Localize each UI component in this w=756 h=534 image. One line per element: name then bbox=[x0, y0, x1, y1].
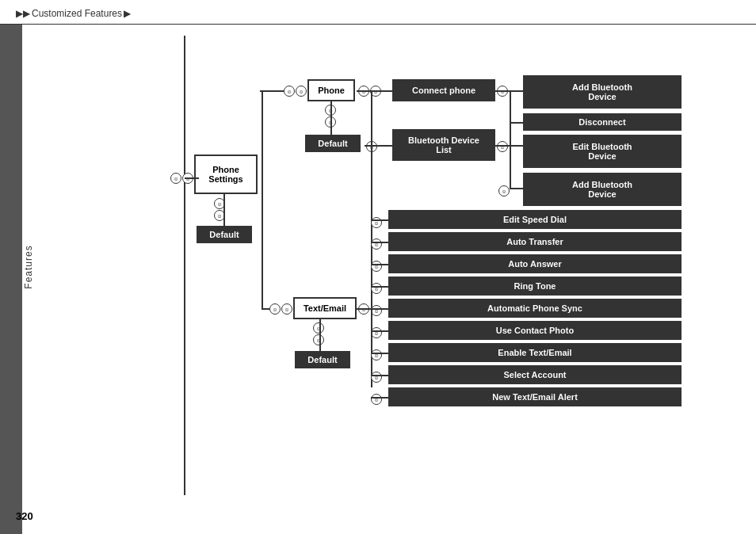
sidebar-label: Features bbox=[23, 245, 34, 288]
sidebar-bar bbox=[0, 24, 22, 534]
use-contact-photo-item: Use Contact Photo bbox=[388, 321, 682, 340]
h-line-contactphoto bbox=[371, 330, 388, 332]
h-line-autophonesync bbox=[371, 308, 388, 310]
conn-icon: ☺ bbox=[497, 141, 508, 152]
edit-bluetooth-device-item: Edit BluetoothDevice bbox=[523, 135, 682, 168]
h-line-enabletext bbox=[371, 353, 388, 354]
h-line-autoanswer bbox=[371, 264, 388, 265]
conn-icon: ☺ bbox=[296, 86, 307, 97]
conn-pair-phone: ☺ ☺ bbox=[284, 86, 307, 97]
h-line-editspeed bbox=[371, 219, 388, 221]
h-line-btlist-right bbox=[495, 145, 510, 147]
h-line-phone-right bbox=[357, 90, 371, 92]
h-line-add-bt-1 bbox=[510, 90, 523, 92]
conn-icon: ☺ bbox=[371, 261, 382, 272]
h-line-btlist-left bbox=[365, 145, 392, 147]
enable-textemail-item: Enable Text/Email bbox=[388, 343, 682, 362]
conn-icon: ☺ bbox=[313, 334, 324, 345]
h-line-ringtone bbox=[371, 286, 388, 288]
main-vertical-line bbox=[184, 36, 185, 495]
conn-pair-enabletext: ☺ bbox=[371, 349, 382, 360]
select-account-item: Select Account bbox=[388, 365, 682, 384]
breadcrumb-prefix: ▶▶ bbox=[16, 8, 30, 19]
bluetooth-device-list-node: Bluetooth DeviceList bbox=[392, 129, 495, 161]
conn-pair-ringtone: ☺ bbox=[371, 283, 382, 294]
conn-icon: ☺ bbox=[269, 303, 281, 315]
phone-settings-node: PhoneSettings bbox=[194, 154, 258, 194]
h-line-add-bt-2 bbox=[510, 188, 523, 189]
new-textemail-alert-item: New Text/Email Alert bbox=[388, 387, 682, 406]
conn-pair-btlist-right: ☺ bbox=[497, 141, 508, 152]
auto-transfer-item: Auto Transfer bbox=[388, 232, 682, 251]
conn-pair-autoanswer: ☺ bbox=[371, 261, 382, 272]
conn-pair-contactphoto: ☺ bbox=[371, 327, 382, 338]
phone-node: Phone bbox=[307, 79, 355, 101]
add-bluetooth-device-1: Add BluetoothDevice bbox=[523, 75, 682, 109]
conn-pair-newtextalert: ☺ bbox=[371, 394, 382, 405]
h-line-edit-bt bbox=[510, 145, 523, 147]
ring-tone-item: Ring Tone bbox=[388, 277, 682, 296]
h-line-phone-connect bbox=[371, 90, 392, 92]
default1-node: Default bbox=[197, 226, 252, 243]
conn-icon: ☺ bbox=[170, 173, 181, 184]
disconnect-item: Disconnect bbox=[523, 113, 682, 131]
default2-node: Default bbox=[305, 135, 361, 152]
conn-pair-textemail: ☺ ☺ bbox=[269, 303, 292, 315]
auto-phone-sync-item: Automatic Phone Sync bbox=[388, 299, 682, 318]
conn-icon: ☺ bbox=[284, 86, 295, 97]
v-line-ps-default bbox=[223, 194, 225, 226]
conn-icon: ☺ bbox=[371, 283, 382, 294]
conn-icon: ☺ bbox=[371, 394, 382, 405]
auto-answer-item: Auto Answer bbox=[388, 254, 682, 273]
edit-speed-dial-item: Edit Speed Dial bbox=[388, 210, 682, 229]
conn-pair-autotransfer: ☺ bbox=[371, 238, 382, 250]
text-email-node: Text/Email bbox=[293, 297, 357, 319]
add-bluetooth-device-2: Add BluetoothDevice bbox=[523, 173, 682, 206]
v-line-textemail-default bbox=[319, 319, 321, 351]
conn-icon: ☺ bbox=[498, 185, 510, 196]
h-line-selectaccount bbox=[371, 375, 388, 376]
conn-icon: ☺ bbox=[371, 238, 382, 250]
h-line-phonesettings bbox=[185, 177, 199, 179]
conn-icon: ☺ bbox=[371, 349, 382, 360]
v-line-phone-branch bbox=[262, 90, 263, 304]
h-line-disconnect bbox=[510, 122, 523, 124]
breadcrumb: ▶▶ Customized Features ▶ bbox=[16, 8, 131, 19]
conn-pair-selectaccount: ☺ bbox=[371, 372, 382, 383]
v-line-phone-textemail bbox=[262, 301, 263, 309]
conn-pair-addbt2-left: ☺ bbox=[498, 185, 510, 196]
conn-icon: ☺ bbox=[371, 372, 382, 383]
conn-pair-autophonesync: ☺ bbox=[371, 305, 382, 316]
h-line-newtextalert bbox=[371, 397, 388, 399]
breadcrumb-suffix: ▶ bbox=[124, 8, 131, 19]
v-line-phone-default bbox=[330, 101, 332, 135]
breadcrumb-text: Customized Features bbox=[32, 8, 122, 19]
v-line-btlist-down bbox=[510, 145, 511, 189]
page-number: 320 bbox=[16, 510, 33, 522]
h-line-textemail-right bbox=[357, 308, 371, 310]
conn-icon: ☺ bbox=[371, 305, 382, 316]
h-line-phone-left bbox=[260, 90, 284, 92]
connect-phone-node: Connect phone bbox=[392, 79, 495, 101]
default3-node: Default bbox=[295, 351, 350, 368]
conn-icon: ☺ bbox=[281, 303, 292, 315]
top-divider bbox=[0, 24, 756, 25]
conn-icon: ☺ bbox=[371, 327, 382, 338]
conn-pair-textemail-down: ☺ ☺ bbox=[313, 322, 324, 345]
h-line-autotransfer bbox=[371, 242, 388, 243]
conn-icon: ☺ bbox=[313, 322, 324, 334]
h-line-connectphone-right bbox=[495, 90, 510, 92]
